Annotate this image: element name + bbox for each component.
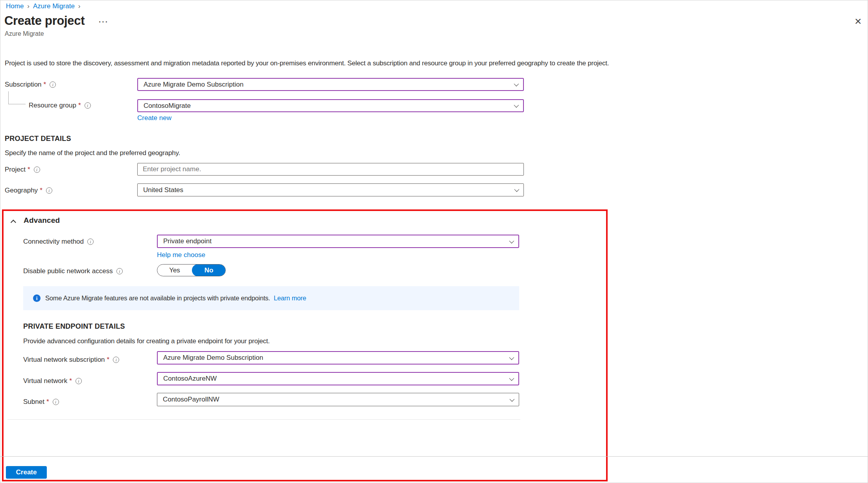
subnet-label-text: Subnet — [23, 398, 44, 406]
geography-dropdown[interactable]: United States — [137, 183, 524, 196]
connectivity-method-dropdown[interactable]: Private endpoint — [157, 235, 519, 248]
info-icon[interactable]: i — [85, 102, 91, 109]
toggle-option-no[interactable]: No — [192, 264, 226, 276]
chevron-down-icon — [514, 81, 519, 87]
chevron-down-icon — [514, 103, 519, 108]
required-marker: * — [107, 356, 110, 364]
info-banner: i Some Azure Migrate features are not av… — [23, 286, 519, 310]
project-name-input[interactable] — [137, 163, 524, 176]
indent-connector-vertical — [8, 91, 9, 104]
connectivity-method-label-text: Connectivity method — [23, 238, 84, 246]
vnet-subscription-label-text: Virtual network subscription — [23, 356, 105, 364]
info-icon[interactable]: i — [34, 167, 40, 173]
resource-group-dropdown[interactable]: ContosoMigrate — [137, 99, 524, 112]
subscription-dropdown[interactable]: Azure Migrate Demo Subscription — [137, 78, 524, 91]
toggle-option-yes[interactable]: Yes — [157, 266, 192, 274]
form-bottom-divider — [7, 419, 520, 420]
project-label-text: Project — [5, 166, 26, 174]
breadcrumb-separator-icon: › — [27, 2, 29, 10]
disable-public-access-label: Disable public network access i — [23, 267, 123, 275]
info-icon[interactable]: i — [76, 378, 82, 384]
indent-connector-horizontal — [8, 104, 26, 104]
page-title: Create project — [4, 14, 85, 28]
private-endpoint-description: Provide advanced configuration details f… — [23, 337, 270, 345]
required-marker: * — [28, 166, 30, 174]
page-subtitle: Azure Migrate — [5, 30, 44, 37]
banner-text: Some Azure Migrate features are not avai… — [45, 294, 306, 302]
advanced-heading[interactable]: Advanced — [24, 216, 60, 225]
info-icon[interactable]: i — [53, 399, 59, 405]
footer-divider — [0, 456, 868, 457]
resource-group-label: Resource group * i — [29, 102, 91, 109]
close-icon[interactable]: × — [855, 15, 862, 27]
project-label: Project * i — [5, 166, 40, 174]
project-details-heading: PROJECT DETAILS — [5, 135, 71, 143]
breadcrumb-separator-icon: › — [78, 2, 81, 10]
collapse-chevron-icon[interactable] — [11, 220, 16, 225]
info-icon[interactable]: i — [116, 268, 123, 274]
create-new-link[interactable]: Create new — [137, 114, 171, 122]
project-details-description: Specify the name of the project and the … — [5, 149, 180, 157]
resource-group-label-text: Resource group — [29, 102, 76, 109]
more-options-icon[interactable]: ··· — [99, 18, 109, 26]
required-marker: * — [44, 81, 46, 89]
geography-value: United States — [143, 186, 183, 194]
breadcrumb-azure-migrate[interactable]: Azure Migrate — [33, 2, 75, 10]
banner-info-icon: i — [33, 294, 41, 302]
create-project-panel: Home › Azure Migrate › Create project ··… — [0, 0, 868, 483]
breadcrumb-home[interactable]: Home — [6, 2, 24, 10]
required-marker: * — [78, 102, 81, 109]
vnet-subscription-dropdown[interactable]: Azure Migrate Demo Subscription — [157, 351, 519, 365]
subscription-label-text: Subscription — [5, 81, 42, 89]
subscription-value: Azure Migrate Demo Subscription — [144, 81, 243, 89]
help-me-choose-link[interactable]: Help me choose — [157, 251, 205, 259]
chevron-down-icon — [514, 187, 520, 192]
info-icon[interactable]: i — [46, 187, 52, 194]
info-icon[interactable]: i — [50, 81, 56, 88]
page-description: Project is used to store the discovery, … — [5, 59, 609, 67]
vnet-label-text: Virtual network — [23, 377, 67, 385]
breadcrumb: Home › Azure Migrate › — [6, 2, 81, 10]
subnet-dropdown[interactable]: ContosoPayrollNW — [157, 393, 519, 406]
chevron-down-icon — [509, 355, 514, 360]
connectivity-method-value: Private endpoint — [163, 237, 212, 245]
geography-label: Geography * i — [5, 187, 52, 194]
connectivity-method-label: Connectivity method i — [23, 238, 94, 246]
disable-public-access-toggle[interactable]: Yes No — [157, 264, 226, 276]
vnet-dropdown[interactable]: ContosoAzureNW — [157, 372, 519, 385]
highlight-rectangle — [2, 209, 608, 481]
chevron-down-icon — [509, 238, 514, 243]
vnet-label: Virtual network * i — [23, 377, 82, 385]
geography-label-text: Geography — [5, 187, 38, 194]
chevron-down-icon — [510, 396, 515, 402]
vnet-subscription-label: Virtual network subscription * i — [23, 356, 119, 364]
info-icon[interactable]: i — [113, 357, 119, 363]
subnet-value: ContosoPayrollNW — [163, 396, 219, 403]
required-marker: * — [69, 377, 72, 385]
banner-message: Some Azure Migrate features are not avai… — [45, 294, 270, 302]
chevron-down-icon — [509, 376, 514, 381]
disable-public-access-label-text: Disable public network access — [23, 267, 113, 275]
info-icon[interactable]: i — [87, 239, 94, 245]
resource-group-value: ContosoMigrate — [144, 102, 191, 110]
required-marker: * — [46, 398, 49, 406]
required-marker: * — [40, 187, 42, 194]
subscription-label: Subscription * i — [5, 81, 56, 89]
vnet-value: ContosoAzureNW — [163, 375, 217, 383]
learn-more-link[interactable]: Learn more — [274, 294, 306, 302]
private-endpoint-heading: PRIVATE ENDPOINT DETAILS — [23, 322, 125, 331]
vnet-subscription-value: Azure Migrate Demo Subscription — [163, 354, 263, 362]
create-button[interactable]: Create — [6, 466, 47, 479]
subnet-label: Subnet * i — [23, 398, 59, 406]
